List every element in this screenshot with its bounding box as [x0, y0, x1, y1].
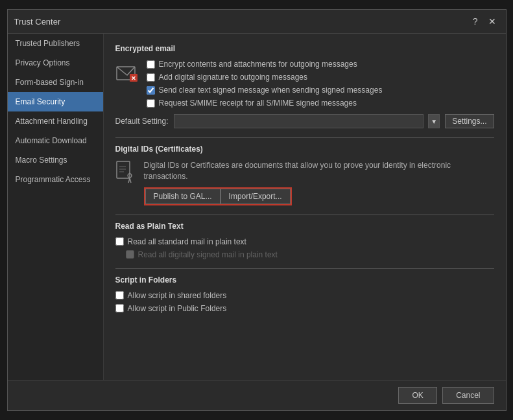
allow-script-public-row: Allow script in Public Folders [115, 304, 494, 313]
dropdown-arrow-icon[interactable]: ▼ [428, 114, 440, 128]
read-standard-mail-row: Read all standard mail in plain text [115, 237, 494, 246]
close-button[interactable]: ✕ [485, 15, 499, 28]
send-clear-text-label: Send clear text signed message when send… [159, 86, 383, 95]
sidebar-item-email-security[interactable]: Email Security [8, 92, 103, 111]
digital-ids-title: Digital IDs (Certificates) [115, 145, 494, 154]
trust-center-dialog: Trust Center ? ✕ Trusted Publishers Priv… [7, 9, 507, 411]
send-clear-text-checkbox[interactable] [147, 86, 155, 95]
publish-to-gal-button[interactable]: Publish to GAL... [145, 189, 221, 204]
default-setting-label: Default Setting: [115, 117, 169, 126]
request-smime-row: Request S/MIME receipt for all S/MIME si… [147, 99, 494, 108]
digital-ids-buttons-container: Publish to GAL... Import/Export... [144, 187, 292, 205]
divider-1 [115, 137, 494, 138]
divider-3 [115, 268, 494, 269]
sidebar-item-automatic-download[interactable]: Automatic Download [8, 131, 103, 150]
allow-script-shared-checkbox[interactable] [115, 291, 124, 299]
encrypt-contents-row: Encrypt contents and attachments for out… [147, 60, 494, 69]
script-folders-block: Allow script in shared folders Allow scr… [115, 291, 494, 313]
dialog-title: Trust Center [14, 17, 61, 27]
allow-script-shared-label: Allow script in shared folders [128, 291, 227, 300]
checkbox-list: Encrypt contents and attachments for out… [147, 60, 494, 108]
read-digitally-signed-checkbox [126, 250, 134, 259]
sidebar-item-privacy-options[interactable]: Privacy Options [8, 53, 103, 73]
default-setting-select[interactable] [174, 114, 424, 128]
mail-icon: ✕ [115, 62, 139, 86]
request-smime-checkbox[interactable] [147, 99, 155, 108]
encrypted-email-title: Encrypted email [115, 44, 494, 53]
help-button[interactable]: ? [470, 15, 481, 28]
main-content: Encrypted email ✕ Encrypt contents and a… [104, 34, 506, 380]
allow-script-shared-row: Allow script in shared folders [115, 291, 494, 300]
svg-text:✕: ✕ [131, 75, 136, 82]
sidebar-item-macro-settings[interactable]: Macro Settings [8, 150, 103, 170]
title-bar-controls: ? ✕ [470, 15, 499, 28]
read-digitally-signed-row: Read all digitally signed mail in plain … [126, 250, 494, 259]
cert-icon [115, 160, 136, 183]
import-export-button[interactable]: Import/Export... [221, 189, 291, 204]
settings-button[interactable]: Settings... [445, 114, 494, 128]
encrypted-email-block: ✕ Encrypt contents and attachments for o… [115, 60, 494, 108]
sidebar-item-form-based-signin[interactable]: Form-based Sign-in [8, 73, 103, 92]
dialog-body: Trusted Publishers Privacy Options Form-… [8, 34, 506, 380]
allow-script-public-checkbox[interactable] [115, 304, 124, 312]
default-setting-row: Default Setting: ▼ Settings... [115, 114, 494, 128]
read-plain-text-title: Read as Plain Text [115, 222, 494, 231]
dialog-footer: OK Cancel [8, 380, 506, 410]
add-digital-signature-row: Add digital signature to outgoing messag… [147, 73, 494, 82]
request-smime-label: Request S/MIME receipt for all S/MIME si… [159, 99, 357, 108]
sidebar: Trusted Publishers Privacy Options Form-… [8, 34, 104, 380]
sidebar-item-trusted-publishers[interactable]: Trusted Publishers [8, 34, 103, 53]
encrypt-contents-checkbox[interactable] [147, 60, 155, 69]
read-standard-mail-checkbox[interactable] [115, 237, 124, 246]
sidebar-item-attachment-handling[interactable]: Attachment Handling [8, 111, 103, 131]
digital-ids-desc: Digital IDs or Certificates are document… [144, 160, 494, 182]
sidebar-item-programmatic-access[interactable]: Programmatic Access [8, 170, 103, 189]
allow-script-public-label: Allow script in Public Folders [128, 304, 227, 313]
add-digital-signature-label: Add digital signature to outgoing messag… [159, 73, 307, 82]
digital-ids-block: Digital IDs or Certificates are document… [115, 160, 494, 205]
send-clear-text-row: Send clear text signed message when send… [147, 86, 494, 95]
encrypt-contents-label: Encrypt contents and attachments for out… [159, 60, 357, 69]
read-digitally-signed-label: Read all digitally signed mail in plain … [138, 250, 278, 259]
read-standard-mail-label: Read all standard mail in plain text [128, 237, 246, 246]
read-plain-text-block: Read all standard mail in plain text Rea… [115, 237, 494, 259]
cancel-button[interactable]: Cancel [442, 387, 494, 404]
digital-ids-content: Digital IDs or Certificates are document… [144, 160, 494, 205]
svg-line-5 [130, 178, 131, 183]
title-bar: Trust Center ? ✕ [8, 10, 506, 34]
divider-2 [115, 215, 494, 215]
script-in-folders-title: Script in Folders [115, 275, 494, 285]
add-digital-signature-checkbox[interactable] [147, 73, 155, 82]
ok-button[interactable]: OK [398, 387, 437, 404]
